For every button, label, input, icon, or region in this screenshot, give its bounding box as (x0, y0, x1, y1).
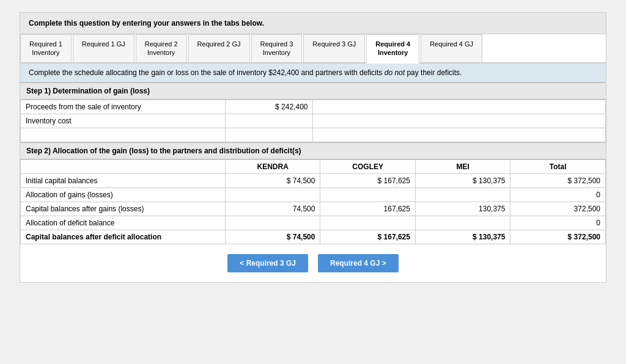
capital-after-gains-label: Capital balances after gains (losses) (21, 202, 226, 216)
column-headers: KENDRA COGLEY MEI Total (21, 159, 606, 173)
nav-buttons: < Required 3 GJ Required 4 GJ > (20, 244, 606, 282)
proceeds-value: $ 242,400 (225, 100, 313, 114)
mei-alloc-deficit-input[interactable] (421, 219, 506, 227)
description-text: Complete the schedule allocating the gai… (29, 68, 462, 77)
inventory-cost-input-cell (225, 114, 313, 128)
tab-req4gj[interactable]: Required 4 GJ (421, 34, 482, 62)
content-area: Step 1) Determination of gain (loss) Pro… (20, 82, 606, 282)
table-row: Allocation of gains (losses) 0 (21, 187, 606, 202)
tab-req1[interactable]: Required 1Inventory (20, 34, 72, 62)
inventory-cost-label: Inventory cost (21, 114, 226, 128)
mei-cap-after-gains: 130,375 (415, 202, 510, 216)
tab-req4[interactable]: Required 4Inventory (366, 34, 419, 64)
tabs-row: Required 1Inventory Required 1 GJ Requir… (20, 34, 606, 64)
col-label-header (21, 159, 226, 173)
prev-button[interactable]: < Required 3 GJ (227, 254, 308, 272)
proceeds-label: Proceeds from the sale of inventory (21, 100, 226, 114)
cogley-initial: $ 167,625 (320, 173, 416, 187)
mei-initial: $ 130,375 (415, 173, 510, 187)
main-container: Complete this question by entering your … (20, 12, 606, 283)
cogley-alloc-gains-input[interactable] (325, 191, 410, 199)
col-cogley-header: COGLEY (320, 159, 416, 173)
mei-cap-after-deficit: $ 130,375 (415, 230, 510, 244)
cogley-alloc-deficit-cell (320, 216, 416, 230)
inventory-cost-input[interactable] (230, 117, 308, 125)
cogley-alloc-gains-cell (320, 187, 416, 202)
kendra-cap-after-deficit: $ 74,500 (225, 230, 320, 244)
kendra-alloc-deficit-cell (225, 216, 320, 230)
kendra-alloc-gains-input[interactable] (230, 191, 315, 199)
gain-loss-input-cell (225, 128, 313, 142)
step2-table: KENDRA COGLEY MEI Total Initial capital … (20, 159, 606, 244)
mei-alloc-gains-cell (415, 187, 510, 202)
kendra-initial: $ 74,500 (225, 173, 320, 187)
total-alloc-gains: 0 (510, 187, 606, 202)
kendra-cap-after-gains: 74,500 (225, 202, 320, 216)
step1-table: Proceeds from the sale of inventory $ 24… (20, 100, 606, 142)
tab-req2[interactable]: Required 2Inventory (136, 34, 187, 62)
kendra-alloc-gains-cell (225, 187, 320, 202)
col-kendra-header: KENDRA (225, 159, 320, 173)
gain-loss-label (21, 128, 226, 142)
step1-header: Step 1) Determination of gain (loss) (20, 82, 606, 100)
cogley-cap-after-deficit: $ 167,625 (320, 230, 416, 244)
table-row: Initial capital balances $ 74,500 $ 167,… (21, 173, 606, 187)
mei-alloc-gains-input[interactable] (421, 191, 506, 199)
instruction-text: Complete this question by entering your … (29, 19, 264, 27)
total-cap-after-deficit: $ 372,500 (510, 230, 606, 244)
mei-alloc-deficit-cell (415, 216, 510, 230)
table-row: Allocation of deficit balance 0 (21, 216, 606, 230)
gain-loss-input[interactable] (230, 131, 308, 139)
step2-header: Step 2) Allocation of the gain (loss) to… (20, 142, 606, 159)
tab-req2gj[interactable]: Required 2 GJ (188, 34, 250, 62)
total-cap-after-gains: 372,500 (510, 202, 606, 216)
initial-capital-label: Initial capital balances (21, 173, 226, 187)
instruction-bar: Complete this question by entering your … (20, 13, 606, 34)
alloc-gains-label: Allocation of gains (losses) (21, 187, 226, 202)
kendra-alloc-deficit-input[interactable] (230, 219, 315, 227)
table-row: Inventory cost (21, 114, 606, 128)
table-row: Capital balances after deficit allocatio… (21, 230, 606, 244)
cogley-cap-after-gains: 167,625 (320, 202, 416, 216)
tab-req3gj[interactable]: Required 3 GJ (303, 34, 365, 62)
table-row: Proceeds from the sale of inventory $ 24… (21, 100, 606, 114)
col-total-header: Total (510, 159, 606, 173)
total-alloc-deficit: 0 (510, 216, 606, 230)
cogley-alloc-deficit-input[interactable] (325, 219, 410, 227)
description-bar: Complete the schedule allocating the gai… (20, 64, 606, 82)
table-row: Capital balances after gains (losses) 74… (21, 202, 606, 216)
col-mei-header: MEI (415, 159, 510, 173)
capital-after-deficit-label: Capital balances after deficit allocatio… (21, 230, 226, 244)
tab-req1gj[interactable]: Required 1 GJ (73, 34, 134, 62)
total-initial: $ 372,500 (510, 173, 606, 187)
next-button[interactable]: Required 4 GJ > (318, 254, 399, 272)
alloc-deficit-label: Allocation of deficit balance (21, 216, 226, 230)
table-row (21, 128, 606, 142)
tab-req3[interactable]: Required 3Inventory (251, 34, 303, 62)
